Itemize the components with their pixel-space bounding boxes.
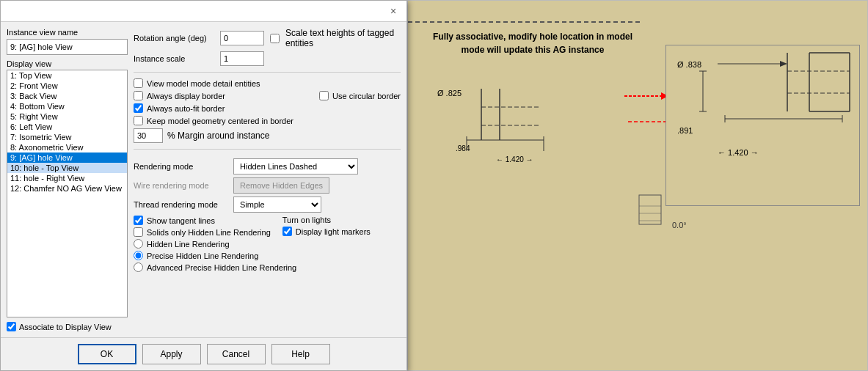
- ok-button[interactable]: OK: [78, 344, 136, 364]
- keep-model-row: Keep model geometry centered in border: [134, 116, 401, 125]
- margin-input[interactable]: [134, 128, 163, 143]
- always-auto-fit-row: Always auto-fit border: [134, 103, 401, 113]
- view-list-item-2[interactable]: 2: Front View: [7, 81, 127, 91]
- precise-hidden-radio[interactable]: [134, 251, 143, 260]
- advanced-precise-radio-row: Advanced Precise Hidden Line Rendering: [134, 262, 401, 272]
- instance-view-name-input[interactable]: [7, 39, 128, 55]
- associate-checkbox[interactable]: [7, 322, 16, 331]
- show-tangent-checkbox[interactable]: [134, 216, 143, 225]
- view-list-item-8[interactable]: 8: Axonometric View: [7, 142, 127, 153]
- precise-hidden-radio-row: Precise Hidden Line Rendering: [134, 251, 401, 260]
- drawing-area: Fully associative, modify hole location …: [407, 0, 868, 371]
- turn-on-lights-row: Turn on lights: [282, 216, 371, 224]
- display-view-label: Display view: [7, 59, 128, 68]
- wire-rendering-row: Wire rendering mode Remove Hidden Edges: [134, 177, 401, 194]
- turn-on-lights-label: Turn on lights: [282, 216, 331, 224]
- margin-row: % Margin around instance: [134, 128, 401, 143]
- instance-view-name-label: Instance view name: [7, 28, 128, 37]
- always-display-border-checkbox[interactable]: [134, 91, 143, 100]
- rotation-label: Rotation angle (deg): [134, 34, 214, 43]
- view-list: 1: Top View 2: Front View 3: Back View 4…: [7, 70, 128, 317]
- precise-hidden-label: Precise Hidden Line Rendering: [147, 251, 258, 260]
- always-auto-fit-checkbox[interactable]: [134, 103, 143, 113]
- result-drawing-svg: Ø .838 .891 ←: [666, 45, 861, 207]
- view-list-item-9[interactable]: 9: [AG] hole View: [7, 153, 127, 163]
- divider-2: [134, 149, 401, 150]
- use-circular-checkbox[interactable]: [319, 91, 329, 100]
- thread-rendering-row: Thread rendering mode Simple Detailed: [134, 196, 401, 213]
- options-two-col: Show tangent lines Solids only Hidden Li…: [134, 216, 401, 237]
- rendering-mode-row: Rendering mode Hidden Lines Dashed Wiref…: [134, 158, 401, 175]
- result-box: Ø .838 .891 ←: [665, 45, 860, 206]
- view-list-item-11[interactable]: 11: hole - Right View: [7, 173, 127, 183]
- drawing-svg-left: Ø .825 .984 ← 1.420 →: [423, 81, 628, 184]
- right-panel: Rotation angle (deg) Scale text heights …: [134, 28, 401, 331]
- always-display-border-row: Always display border Use circular borde…: [134, 91, 401, 100]
- instance-scale-input[interactable]: [220, 51, 264, 66]
- advanced-precise-label: Advanced Precise Hidden Line Rendering: [147, 263, 296, 272]
- hidden-line-radio[interactable]: [134, 239, 143, 249]
- remove-hidden-edges-button[interactable]: Remove Hidden Edges: [233, 177, 329, 194]
- svg-rect-14: [639, 195, 661, 224]
- left-options-col: Show tangent lines Solids only Hidden Li…: [134, 216, 271, 237]
- display-light-markers-checkbox[interactable]: [282, 227, 292, 236]
- view-list-item-1[interactable]: 1: Top View: [7, 70, 127, 81]
- view-model-row: View model mode detail entities: [134, 78, 401, 88]
- view-list-item-12[interactable]: 12: Chamfer NO AG View View: [7, 183, 127, 194]
- apply-button[interactable]: Apply: [142, 344, 201, 364]
- keep-model-checkbox[interactable]: [134, 116, 143, 125]
- view-list-item-4[interactable]: 4: Bottom View: [7, 101, 127, 111]
- angle-text: 0.0°: [672, 221, 687, 229]
- display-light-markers-label: Display light markers: [296, 227, 371, 236]
- solids-only-row: Solids only Hidden Line Rendering: [134, 227, 271, 237]
- svg-text:Ø .825: Ø .825: [437, 89, 462, 98]
- associate-label: Associate to Display View: [19, 323, 112, 331]
- close-button[interactable]: ×: [387, 5, 399, 17]
- hidden-line-radio-row: Hidden Line Rendering: [134, 239, 401, 249]
- center-description-text: Fully associative, modify hole location …: [430, 30, 635, 56]
- margin-label: % Margin around instance: [167, 131, 269, 141]
- thread-rendering-select[interactable]: Simple Detailed: [233, 196, 321, 213]
- small-icon-svg: [635, 191, 665, 228]
- scale-row: Instance scale: [134, 51, 401, 66]
- svg-text:← 1.420 →: ← 1.420 →: [496, 155, 533, 164]
- associate-checkbox-row: Associate to Display View: [7, 322, 128, 331]
- dotted-border-line: [408, 21, 640, 23]
- view-list-item-5[interactable]: 5: Right View: [7, 111, 127, 122]
- instance-view-dialog: × Instance view name Display view 1: Top…: [0, 0, 407, 371]
- view-list-item-6[interactable]: 6: Left View: [7, 122, 127, 132]
- rotation-input[interactable]: [220, 31, 264, 45]
- right-options-col: Turn on lights Display light markers: [282, 216, 371, 237]
- display-light-markers-row: Display light markers: [282, 227, 371, 236]
- help-button[interactable]: Help: [271, 344, 330, 364]
- view-model-checkbox[interactable]: [134, 78, 143, 88]
- wire-rendering-label: Wire rendering mode: [134, 181, 229, 190]
- cancel-button[interactable]: Cancel: [207, 344, 266, 364]
- view-list-item-10[interactable]: 10: hole - Top View: [7, 163, 127, 173]
- view-list-item-7[interactable]: 7: Isometric View: [7, 132, 127, 142]
- red-arrow-right: [624, 89, 668, 106]
- dialog-footer: OK Apply Cancel Help: [1, 337, 406, 370]
- dialog-body: Instance view name Display view 1: Top V…: [1, 22, 406, 337]
- solids-only-label: Solids only Hidden Line Rendering: [147, 228, 271, 237]
- rendering-mode-label: Rendering mode: [134, 162, 229, 171]
- hidden-line-label: Hidden Line Rendering: [147, 240, 230, 249]
- rendering-mode-select[interactable]: Hidden Lines Dashed Wireframe Hidden Lin…: [233, 158, 358, 175]
- divider-1: [134, 72, 401, 73]
- scale-text-label: Scale text heights of tagged entities: [285, 28, 401, 48]
- svg-text:.891: .891: [677, 126, 693, 135]
- svg-marker-20: [780, 61, 787, 67]
- advanced-precise-radio[interactable]: [134, 262, 143, 272]
- instance-scale-label: Instance scale: [134, 54, 214, 63]
- use-circular-label: Use circular border: [332, 92, 401, 100]
- dialog-titlebar: ×: [1, 1, 406, 22]
- rendering-section: Rendering mode Hidden Lines Dashed Wiref…: [134, 158, 401, 272]
- view-list-panel: Instance view name Display view 1: Top V…: [7, 28, 128, 331]
- show-tangent-row: Show tangent lines: [134, 216, 271, 225]
- svg-text:.984: .984: [456, 144, 470, 153]
- scale-text-checkbox[interactable]: [270, 34, 280, 43]
- always-display-border-label: Always display border: [147, 92, 225, 100]
- view-list-item-3[interactable]: 3: Back View: [7, 91, 127, 101]
- solids-only-checkbox[interactable]: [134, 227, 143, 237]
- rendering-radio-group: Hidden Line Rendering Precise Hidden Lin…: [134, 239, 401, 272]
